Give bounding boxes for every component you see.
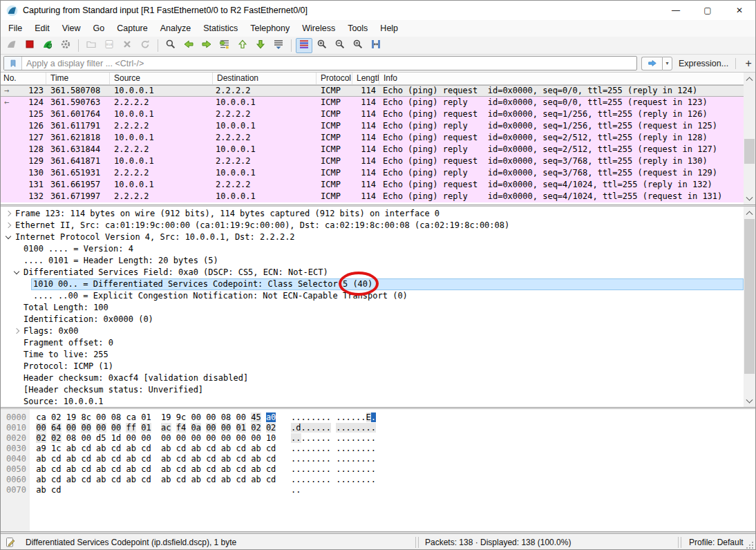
stop-capture-button[interactable] [21, 38, 38, 53]
detail-text: [Header checksum status: Unverified] [23, 384, 203, 396]
packet-details-scrollbar[interactable] [744, 207, 755, 407]
menu-wireless[interactable]: Wireless [296, 21, 341, 36]
open-file-button[interactable] [83, 38, 100, 53]
add-filter-button[interactable]: + [741, 57, 755, 70]
ascii-char: . [326, 475, 331, 484]
maximize-button[interactable]: ▢ [692, 1, 724, 20]
detail-line[interactable]: Flags: 0x00 [1, 325, 744, 337]
tree-collapse-icon[interactable] [6, 234, 11, 239]
column-header-source[interactable]: Source [110, 73, 213, 84]
resize-grip[interactable] [746, 542, 753, 549]
menu-help[interactable]: Help [374, 21, 404, 36]
scroll-down-button[interactable] [744, 396, 755, 407]
detail-line[interactable]: 0100 .... = Version: 4 [1, 243, 744, 255]
detail-line[interactable]: Header checksum: 0xacf4 [validation disa… [1, 372, 744, 384]
column-header-time[interactable]: Time [46, 73, 110, 84]
go-first-packet-button[interactable] [234, 38, 251, 53]
packet-row[interactable]: 132361.6719972.2.2.210.0.0.1ICMP114Echo … [1, 191, 744, 202]
hex-byte: cd [111, 464, 121, 474]
close-button[interactable]: ✕ [724, 1, 755, 20]
apply-filter-button[interactable] [641, 57, 662, 70]
column-header-protocol[interactable]: Protocol [316, 73, 352, 84]
expression-button[interactable]: Expression... [679, 59, 728, 68]
detail-line[interactable]: Identification: 0x0000 (0) [1, 314, 744, 325]
packet-row[interactable]: 126361.6117912.2.2.210.0.0.1ICMP114Echo … [1, 120, 744, 132]
column-header-no[interactable]: No. [1, 73, 46, 84]
detail-line[interactable]: Source: 10.0.0.1 [1, 396, 744, 407]
hex-byte: cd [266, 464, 276, 474]
tree-collapse-icon[interactable] [14, 269, 19, 274]
menu-file[interactable]: File [2, 21, 28, 36]
menu-edit[interactable]: Edit [28, 21, 56, 36]
detail-line[interactable]: [Header checksum status: Unverified] [1, 384, 744, 396]
detail-line[interactable]: .... 0101 = Header Length: 20 bytes (5) [1, 255, 744, 267]
zoom-in-button[interactable] [314, 38, 330, 53]
restart-capture-button[interactable] [39, 38, 56, 53]
packet-row[interactable]: 130361.6519312.2.2.210.0.0.1ICMP114Echo … [1, 167, 744, 179]
filter-bookmark-button[interactable] [4, 57, 22, 70]
detail-line[interactable]: Protocol: ICMP (1) [1, 361, 744, 372]
display-filter-input[interactable] [22, 59, 636, 68]
packet-row[interactable]: →123361.58070810.0.0.12.2.2.2ICMP114Echo… [1, 85, 744, 97]
close-file-button[interactable] [119, 38, 135, 53]
hex-byte: 19 [161, 413, 171, 422]
filter-history-dropdown[interactable]: ▾ [662, 57, 672, 70]
menu-go[interactable]: Go [87, 21, 111, 36]
go-back-button[interactable] [180, 38, 197, 53]
menu-analyze[interactable]: Analyze [154, 21, 197, 36]
packet-bytes-pane[interactable]: 0000 ca 02 19 8c 00 08 ca 01 19 9c 00 00… [1, 409, 755, 531]
hex-byte: 00 [161, 433, 171, 443]
detail-line[interactable]: Ethernet II, Src: ca:01:19:9c:00:00 (ca:… [1, 220, 744, 231]
menu-statistics[interactable]: Statistics [197, 21, 244, 36]
packet-row[interactable]: ←124361.5907632.2.2.210.0.0.1ICMP114Echo… [1, 97, 744, 108]
scroll-up-button[interactable] [744, 207, 755, 218]
packet-list-scrollbar[interactable] [744, 73, 755, 205]
detail-line[interactable]: Fragment offset: 0 [1, 337, 744, 349]
column-header-destination[interactable]: Destination [213, 73, 316, 84]
find-packet-button[interactable] [162, 38, 179, 53]
reload-file-button[interactable] [137, 38, 153, 53]
profile-status[interactable]: Profile: Default [689, 538, 744, 547]
packet-row[interactable]: 131361.66195710.0.0.12.2.2.2ICMP114Echo … [1, 179, 744, 191]
save-file-button[interactable]: 010 [101, 38, 117, 53]
colorize-button[interactable] [296, 38, 312, 53]
minimize-button[interactable]: — [660, 1, 692, 20]
menu-telephony[interactable]: Telephony [244, 21, 296, 36]
packet-row[interactable]: 125361.60176410.0.0.12.2.2.2ICMP114Echo … [1, 108, 744, 120]
packet-info-cell: Echo (ping) request id=0x0000, seq=4/102… [379, 179, 744, 191]
packet-src-cell: 2.2.2.2 [110, 97, 213, 108]
tree-expand-icon[interactable] [6, 211, 11, 216]
packet-row[interactable]: 129361.64187110.0.0.12.2.2.2ICMP114Echo … [1, 155, 744, 167]
detail-line[interactable]: Internet Protocol Version 4, Src: 10.0.0… [1, 231, 744, 243]
capture-options-button[interactable] [57, 38, 74, 53]
column-header-info[interactable]: Info [379, 73, 755, 84]
resize-columns-button[interactable] [368, 38, 384, 53]
start-capture-button[interactable] [3, 38, 20, 53]
detail-line[interactable]: Frame 123: 114 bytes on wire (912 bits),… [1, 208, 744, 220]
expert-info-icon[interactable] [5, 537, 16, 548]
detail-line[interactable]: Time to live: 255 [1, 349, 744, 361]
column-header-length[interactable]: Length [352, 73, 379, 84]
menu-view[interactable]: View [56, 21, 87, 36]
hex-row: 0010 00 64 00 00 00 00 ff 01 ac f4 0a 00… [6, 423, 376, 433]
tree-expand-icon[interactable] [6, 222, 11, 228]
go-to-packet-button[interactable] [216, 38, 233, 53]
go-last-packet-button[interactable] [252, 38, 269, 53]
detail-line[interactable]: Total Length: 100 [1, 302, 744, 314]
packet-row[interactable]: 127361.62181810.0.0.12.2.2.2ICMP114Echo … [1, 132, 744, 144]
zoom-out-button[interactable] [332, 38, 348, 53]
scroll-up-button[interactable] [744, 73, 755, 84]
menu-tools[interactable]: Tools [341, 21, 374, 36]
scroll-down-button[interactable] [744, 193, 755, 205]
go-forward-button[interactable] [198, 38, 215, 53]
scroll-thumb[interactable] [744, 139, 755, 164]
menu-capture[interactable]: Capture [111, 21, 153, 36]
packet-time-cell: 361.601764 [46, 108, 110, 120]
packet-row[interactable]: 128361.6318442.2.2.210.0.0.1ICMP114Echo … [1, 144, 744, 155]
tree-expand-icon[interactable] [14, 328, 19, 334]
auto-scroll-button[interactable] [270, 38, 287, 53]
zoom-original-button[interactable] [350, 38, 366, 53]
colorize-icon [299, 39, 310, 53]
packet-no-cell: ←124 [1, 97, 46, 108]
scroll-thumb[interactable] [744, 219, 755, 374]
